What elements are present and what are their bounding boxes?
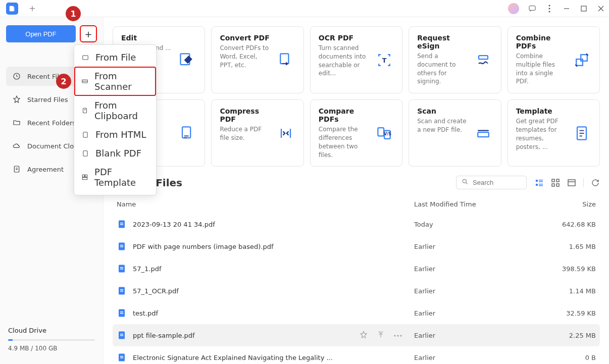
- svg-text:V/S: V/S: [384, 131, 391, 136]
- card-compare[interactable]: Compare PDFsCompare the differences betw…: [310, 99, 402, 167]
- svg-rect-44: [539, 180, 543, 181]
- file-row[interactable]: ppt file-sample.pdf Earlier 2.25 MB: [113, 324, 600, 346]
- card-title: Compare PDFs: [319, 107, 369, 123]
- search-input[interactable]: [473, 179, 521, 186]
- create-menu: From File 2 From Scanner From Clipboard …: [74, 44, 157, 195]
- file-row[interactable]: Electronic Signature Act Explained Navig…: [113, 346, 600, 364]
- svg-rect-35: [478, 132, 489, 137]
- card-compress[interactable]: Compress PDFReduce a PDF file size.: [211, 99, 303, 167]
- doc-icon: [177, 124, 196, 143]
- sidebar-item-label: Agreement: [27, 166, 64, 173]
- card-desc: Combine multiple files into a single PDF…: [516, 52, 566, 86]
- sidebar-item-label: Recent Folders: [27, 119, 76, 127]
- svg-point-75: [394, 335, 396, 336]
- file-time: Earlier: [414, 265, 540, 273]
- svg-rect-53: [568, 180, 575, 186]
- file-name: Electronic Signature Act Explained Navig…: [133, 354, 414, 361]
- menu-item-label: Blank PDF: [95, 148, 141, 159]
- html-icon: [81, 131, 89, 139]
- chat-icon[interactable]: [528, 5, 536, 13]
- file-time: Today: [414, 221, 540, 228]
- folder-icon: [12, 118, 21, 127]
- create-pdf-button[interactable]: + 1 From File 2 From Scanner Fro: [80, 25, 97, 42]
- card-title: Convert PDF: [220, 34, 270, 42]
- svg-rect-56: [120, 223, 123, 224]
- file-size: 2.25 MB: [540, 332, 596, 339]
- col-size: Size: [540, 200, 596, 208]
- pdf-icon: [117, 330, 127, 340]
- svg-rect-16: [82, 175, 84, 177]
- card-title: Compress PDF: [220, 107, 270, 123]
- file-time: Earlier: [414, 243, 540, 250]
- card-combine[interactable]: Combine PDFsCombine multiple files into …: [508, 26, 600, 93]
- card-title: Request eSign: [417, 34, 467, 50]
- user-avatar[interactable]: [508, 3, 519, 14]
- maximize-icon[interactable]: [580, 5, 588, 13]
- pdf-icon: [117, 241, 127, 251]
- svg-rect-15: [83, 150, 87, 156]
- more-icon[interactable]: [545, 5, 553, 13]
- svg-rect-20: [14, 166, 19, 172]
- menu-from-clipboard[interactable]: From Clipboard: [74, 96, 156, 125]
- file-row[interactable]: 2023-09-13 20 41 34.pdf Today 642.68 KB: [113, 213, 600, 235]
- open-pdf-button[interactable]: Open PDF: [6, 25, 76, 42]
- pdf-icon: [117, 352, 127, 362]
- file-size: 1.14 MB: [540, 287, 596, 295]
- svg-rect-24: [280, 54, 288, 64]
- card-title: Scan: [417, 107, 467, 115]
- svg-point-41: [463, 180, 466, 183]
- svg-rect-17: [85, 175, 87, 177]
- file-row[interactable]: 57_1_OCR.pdf Earlier 1.14 MB: [113, 280, 600, 302]
- svg-rect-7: [581, 6, 586, 11]
- refresh-icon[interactable]: [591, 178, 600, 187]
- card-esign[interactable]: Request eSignSend a document to others f…: [409, 26, 501, 93]
- menu-blank-pdf[interactable]: Blank PDF: [74, 144, 156, 163]
- svg-rect-18: [82, 178, 87, 180]
- menu-from-html[interactable]: From HTML: [74, 125, 156, 144]
- upload-action-icon[interactable]: [377, 331, 385, 340]
- template-icon: [81, 173, 88, 181]
- svg-rect-28: [581, 55, 587, 61]
- star-action-icon[interactable]: [360, 331, 368, 340]
- col-name: Name: [117, 200, 414, 208]
- minimize-icon[interactable]: [563, 5, 571, 13]
- menu-from-file[interactable]: From File: [74, 48, 156, 67]
- file-row[interactable]: test.pdf Earlier 32.59 KB: [113, 302, 600, 324]
- list-view-icon[interactable]: [535, 178, 544, 187]
- svg-rect-45: [539, 181, 543, 182]
- col-time: Last Modified Time: [414, 200, 540, 208]
- svg-rect-63: [120, 269, 123, 270]
- file-row[interactable]: 57_1.pdf Earlier 398.59 KB: [113, 257, 600, 280]
- clipboard-icon: [81, 107, 88, 115]
- menu-item-label: From Clipboard: [94, 100, 149, 121]
- svg-line-42: [466, 183, 468, 184]
- search-box[interactable]: [456, 176, 527, 189]
- menu-from-scanner[interactable]: 2 From Scanner: [74, 67, 156, 96]
- grid-view-icon[interactable]: [551, 178, 560, 187]
- card-desc: Convert PDFs to Word, Excel, PPT, etc.: [220, 44, 270, 69]
- card-title: Combine PDFs: [516, 34, 566, 50]
- new-tab-button[interactable]: +: [27, 4, 37, 14]
- card-convert[interactable]: Convert PDFConvert PDFs to Word, Excel, …: [211, 26, 303, 93]
- more-action-icon[interactable]: [394, 331, 402, 340]
- calendar-view-icon[interactable]: [567, 178, 576, 187]
- menu-pdf-template[interactable]: PDF Template: [74, 163, 156, 192]
- app-tab-icon[interactable]: [6, 3, 18, 15]
- card-template[interactable]: TemplateGet great PDF templates for resu…: [508, 99, 600, 167]
- svg-point-76: [397, 335, 399, 336]
- convert-icon: [276, 50, 295, 70]
- card-desc: Get great PDF templates for resumes, pos…: [516, 117, 566, 151]
- card-scan[interactable]: ScanScan and create a new PDF file.: [409, 99, 501, 167]
- compress-icon: [276, 124, 295, 143]
- svg-rect-69: [120, 313, 123, 314]
- menu-item-label: From Scanner: [94, 71, 149, 92]
- svg-rect-47: [539, 184, 543, 185]
- file-row[interactable]: PDF with page numbers (image based).pdf …: [113, 235, 600, 257]
- svg-point-77: [400, 335, 402, 336]
- svg-rect-79: [120, 356, 123, 357]
- close-icon[interactable]: [597, 5, 605, 13]
- pdf-icon: [117, 308, 127, 318]
- scan-icon: [474, 124, 493, 143]
- title-bar: +: [0, 0, 609, 17]
- card-ocr[interactable]: OCR PDFTurn scanned documents into searc…: [310, 26, 402, 93]
